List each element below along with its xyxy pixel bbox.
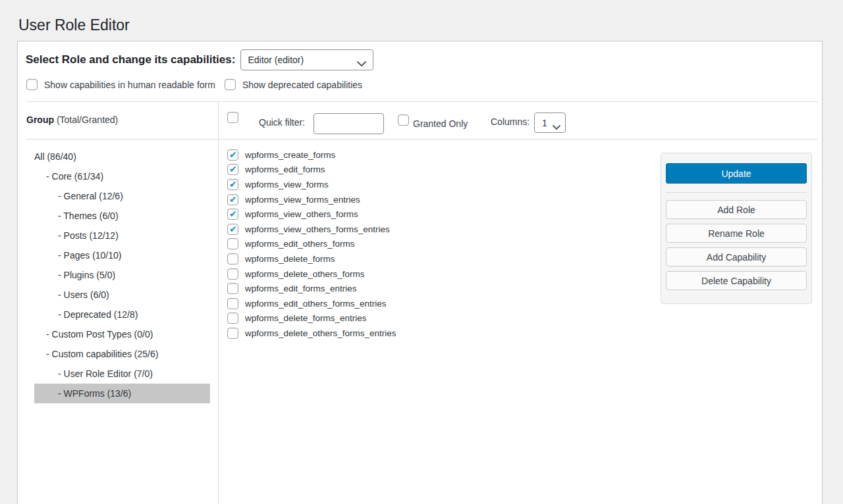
deprecated-checkbox[interactable]	[225, 79, 236, 90]
granted-only-label: Granted Only	[413, 118, 468, 129]
actions-panel: Update Add Role Rename Role Add Capabili…	[661, 153, 812, 304]
capability-name: wpforms_delete_others_forms	[245, 269, 365, 279]
divider	[26, 139, 818, 139]
select-all-checkbox[interactable]	[227, 112, 238, 123]
capabilities-list: wpforms_create_forms wpforms_edit_forms …	[227, 147, 396, 341]
role-select-row: Select Role and change its capabilities:…	[26, 49, 373, 70]
granted-only-checkbox[interactable]	[398, 114, 409, 126]
display-options-row: Show capabilities in human readable form…	[26, 79, 362, 90]
add-capability-button[interactable]: Add Capability	[666, 247, 807, 266]
capability-row: wpforms_delete_others_forms_entries	[227, 326, 396, 341]
capability-checkbox[interactable]	[227, 238, 238, 249]
filter-bar: Quick filter: Granted Only Columns: 1	[219, 102, 821, 139]
capability-row: wpforms_edit_others_forms_entries	[227, 296, 396, 311]
group-item-pages[interactable]: - Pages (10/10)	[34, 245, 210, 265]
capability-name: wpforms_edit_forms	[245, 164, 325, 174]
main-panel: Select Role and change its capabilities:…	[17, 41, 823, 504]
capability-checkbox[interactable]	[227, 209, 238, 220]
group-item-custom-capabilities[interactable]: - Custom capabilities (25/6)	[34, 344, 210, 364]
columns-select-value: 1	[542, 118, 547, 128]
quick-filter-label: Quick filter:	[259, 117, 305, 128]
group-item-core[interactable]: - Core (61/34)	[34, 166, 210, 186]
select-role-label: Select Role and change its capabilities:	[26, 53, 235, 66]
columns-label: Columns:	[491, 116, 530, 127]
capability-row: wpforms_delete_others_forms	[227, 266, 396, 282]
delete-capability-button[interactable]: Delete Capability	[666, 271, 807, 290]
capability-row: wpforms_view_others_forms_entries	[227, 222, 396, 237]
group-item-all[interactable]: All (86/40)	[34, 147, 210, 166]
rename-role-button[interactable]: Rename Role	[666, 224, 807, 243]
group-item-user-role-editor[interactable]: - User Role Editor (7/0)	[34, 364, 210, 384]
divider	[666, 192, 807, 193]
group-item-deprecated[interactable]: - Deprecated (12/8)	[34, 305, 210, 324]
group-header: Group (Total/Granted)	[26, 114, 118, 125]
capability-checkbox[interactable]	[227, 149, 238, 161]
group-item-posts[interactable]: - Posts (12/12)	[34, 226, 210, 245]
capability-row: wpforms_edit_forms	[227, 163, 396, 178]
group-item-plugins[interactable]: - Plugins (5/0)	[34, 265, 210, 285]
capability-checkbox[interactable]	[227, 194, 238, 205]
capability-row: wpforms_view_others_forms	[227, 207, 396, 222]
capability-row: wpforms_delete_forms_entries	[227, 311, 396, 326]
capability-checkbox[interactable]	[227, 328, 238, 339]
capability-name: wpforms_delete_forms_entries	[245, 313, 367, 323]
human-readable-checkbox[interactable]	[26, 79, 38, 90]
capability-name: wpforms_edit_forms_entries	[245, 284, 357, 293]
group-item-general[interactable]: - General (12/6)	[34, 186, 210, 206]
add-role-button[interactable]: Add Role	[666, 200, 807, 219]
capability-name: wpforms_view_others_forms_entries	[245, 224, 390, 234]
capability-checkbox[interactable]	[227, 268, 238, 280]
role-select-value: Editor (editor)	[248, 55, 304, 65]
capability-name: wpforms_delete_others_forms_entries	[245, 328, 396, 338]
capability-name: wpforms_edit_others_forms_entries	[245, 299, 387, 309]
capability-row: wpforms_edit_others_forms	[227, 237, 396, 252]
group-item-users[interactable]: - Users (6/0)	[34, 285, 210, 305]
group-item-themes[interactable]: - Themes (6/0)	[34, 206, 210, 226]
capability-name: wpforms_view_forms	[245, 180, 329, 189]
capability-row: wpforms_create_forms	[227, 147, 396, 163]
capability-name: wpforms_edit_others_forms	[245, 239, 355, 249]
capability-checkbox[interactable]	[227, 224, 238, 235]
capability-checkbox[interactable]	[227, 283, 238, 294]
chevron-down-icon	[357, 58, 366, 68]
capability-row: wpforms_edit_forms_entries	[227, 281, 396, 296]
capability-name: wpforms_view_others_forms	[245, 209, 358, 219]
human-readable-label: Show capabilities in human readable form	[44, 80, 215, 90]
capability-row: wpforms_view_forms	[227, 177, 396, 192]
capability-name: wpforms_create_forms	[245, 150, 335, 160]
capability-row: wpforms_view_forms_entries	[227, 192, 396, 207]
column-divider	[218, 102, 219, 504]
page-title: User Role Editor	[18, 16, 130, 35]
capability-checkbox[interactable]	[227, 298, 238, 309]
chevron-down-icon	[553, 121, 560, 132]
deprecated-label: Show deprecated capabilities	[242, 80, 362, 90]
capability-checkbox[interactable]	[227, 313, 238, 324]
group-item-custom-post-types[interactable]: - Custom Post Types (0/0)	[34, 324, 210, 344]
group-item-wpforms[interactable]: - WPForms (13/6)	[34, 384, 210, 403]
role-select[interactable]: Editor (editor)	[240, 49, 373, 70]
columns-select[interactable]: 1	[534, 113, 566, 133]
quick-filter-input[interactable]	[313, 113, 384, 134]
capability-checkbox[interactable]	[227, 164, 238, 175]
capability-row: wpforms_delete_forms	[227, 251, 396, 266]
update-button[interactable]: Update	[666, 163, 807, 184]
groups-tree: All (86/40) - Core (61/34) - General (12…	[18, 147, 218, 403]
capability-name: wpforms_view_forms_entries	[245, 195, 360, 205]
capability-checkbox[interactable]	[227, 253, 238, 265]
capability-checkbox[interactable]	[227, 179, 238, 190]
capability-name: wpforms_delete_forms	[245, 254, 335, 264]
